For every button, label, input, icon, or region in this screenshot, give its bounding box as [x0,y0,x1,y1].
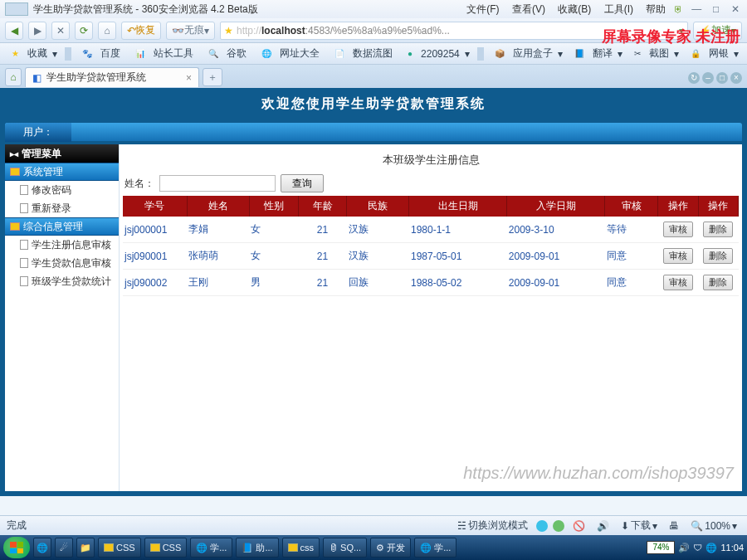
browser-titlebar: 学生助学贷款管理系统 - 360安全浏览器 4.2 Beta版 文件(F) 查看… [0,0,747,18]
tab-close-icon[interactable]: × [186,72,192,84]
doc-icon [20,185,28,195]
fav-button[interactable]: ★收藏 ▾ [5,43,61,64]
star-icon[interactable]: ★ [224,25,233,37]
stop-button[interactable]: ✕ [51,22,70,40]
browser-logo [5,2,28,16]
bm-gg[interactable]: 🔍谷歌 [202,43,253,64]
sidebar-item-loanstat[interactable]: 班级学生贷款统计 [5,272,119,290]
sidebar-item-relogin[interactable]: 重新登录 [5,199,119,217]
clock[interactable]: 11:04 [720,543,744,553]
quick-launch-icon[interactable]: ☄ [55,538,73,558]
home-tab-icon[interactable]: ⌂ [5,68,22,86]
page-icon: ◧ [32,72,42,84]
overlay-watermark: 屏幕录像专家 未注册 [602,27,740,46]
restore-button[interactable]: ↶ 恢复 [121,22,161,40]
quick-launch-icon[interactable]: 📁 [76,538,95,558]
main-title: 本班级学生注册信息 [123,149,739,171]
bm-yx[interactable]: 🎮游戏 ▾ [744,43,747,64]
task-item[interactable]: CSS [144,538,188,558]
task-item[interactable]: CSS [98,538,141,558]
sidebar-cat-info[interactable]: 综合信息管理 [5,217,119,236]
search-row: 姓名： 查询 [123,171,739,196]
sound-icon[interactable]: 🔊 [593,520,613,532]
incognito-button[interactable]: 👓 无痕 ▾ [166,22,215,40]
download-button[interactable]: ⬇ 下载 ▾ [618,519,661,533]
task-item[interactable]: 🌐学... [190,538,232,558]
home-button[interactable]: ⌂ [98,22,116,40]
popup-block-icon[interactable]: 🚫 [569,520,588,532]
table-header-row: 学号姓名性别年龄民族出生日期入学日期审核操作操作 [123,196,739,217]
task-item[interactable]: 🌐学... [414,538,456,558]
table-row: jsj090002王刚男21回族1988-05-022009-09-01同意 审… [123,270,739,296]
audit-button[interactable]: 审核 [663,248,693,264]
app-root: 欢迎您使用学生助学贷款管理系统 用户： ▸◂管理菜单 系统管理 修改密码 重新登… [0,88,747,496]
search-button[interactable]: 查询 [281,174,324,192]
bm-sj[interactable]: 📄数据流图 [328,43,399,64]
browser-statusbar: 完成 ☵ 切换浏览模式 🚫 🔊 ⬇ 下载 ▾ 🖶 🔍 100% ▾ [0,515,747,535]
tray-icon[interactable]: 🌐 [706,543,717,553]
user-bar: 用户： [5,123,742,141]
folder-icon [10,222,20,231]
audit-button[interactable]: 审核 [663,275,693,290]
delete-button[interactable]: 删除 [703,275,733,290]
table-row: jsj000001李娟女21汉族1980-1-12009-3-10等待 审核 删… [123,217,739,243]
tray-icon[interactable]: 🛡 [693,543,702,553]
task-item[interactable]: ⚙开发 [370,538,411,558]
safe-icon[interactable] [553,520,564,532]
name-input[interactable] [159,175,276,192]
globe-icon[interactable] [536,520,548,532]
browser-toolbar: ◀ ▶ ✕ ⟳ ⌂ ↶ 恢复 👓 无痕 ▾ ★ http://localhost… [0,18,747,43]
print-icon[interactable]: 🖶 [666,520,682,532]
battery-indicator[interactable]: 74% [647,541,675,554]
tab-title: 学生助学贷款管理系统 [46,71,146,85]
window-title: 学生助学贷款管理系统 - 360安全浏览器 4.2 Beta版 [33,2,258,17]
sidebar: ▸◂管理菜单 系统管理 修改密码 重新登录 综合信息管理 学生注册信息审核 学生… [5,144,120,491]
sidebar-item-reginfo[interactable]: 学生注册信息审核 [5,236,119,254]
folder-icon [10,168,20,176]
sidebar-cat-system[interactable]: 系统管理 [5,163,119,181]
delete-button[interactable]: 删除 [703,222,733,237]
back-button[interactable]: ◀ [5,22,23,40]
task-item[interactable]: css [282,538,320,558]
minimize-icon[interactable]: — [690,3,703,15]
browser-menu[interactable]: 文件(F) 查看(V) 收藏(B) 工具(I) 帮助 [461,2,671,17]
reload-button[interactable]: ⟳ [75,22,93,40]
mode-switch[interactable]: ☵ 切换浏览模式 [454,519,531,533]
app-banner: 欢迎您使用学生助学贷款管理系统 [0,88,747,119]
forward-button[interactable]: ▶ [28,22,46,40]
active-tab[interactable]: ◧ 学生助学贷款管理系统 × [25,67,199,87]
sidebar-header: ▸◂管理菜单 [5,144,119,163]
task-item[interactable]: 📘助... [236,538,278,558]
main-panel: 本班级学生注册信息 姓名： 查询 学号姓名性别年龄民族出生日期入学日期审核操作操… [120,144,742,491]
bm-yy[interactable]: 📦应用盒子 ▾ [488,43,566,64]
tab-bar: ⌂ ◧ 学生助学贷款管理系统 × ＋ ↻–□× [0,65,747,88]
new-tab-button[interactable]: ＋ [203,68,222,86]
user-label: 用户： [5,123,71,142]
bm-zz[interactable]: 📊站长工具 [129,43,200,64]
quick-launch-icon[interactable]: 🌐 [33,538,51,558]
doc-icon [20,276,28,286]
bm-num[interactable]: ●2209254 ▾ [401,45,473,63]
close-icon[interactable]: ✕ [729,3,742,15]
sidebar-item-loaninfo[interactable]: 学生贷款信息审核 [5,254,119,272]
maximize-icon[interactable]: □ [710,3,723,15]
doc-icon [20,203,28,213]
task-item[interactable]: 🛢SQ... [323,538,367,558]
start-button[interactable] [3,537,30,558]
system-tray: 74% 🔊 🛡 🌐 11:04 [647,541,744,554]
tab-controls[interactable]: ↻–□× [686,71,742,84]
shield-icon[interactable]: ⛨ [674,4,683,14]
status-done: 完成 [7,519,27,533]
windows-taskbar: 🌐 ☄ 📁 CSS CSS 🌐学... 📘助... css 🛢SQ... ⚙开发… [0,535,747,560]
search-label: 姓名： [124,177,154,191]
tray-icon[interactable]: 🔊 [678,543,690,553]
bm-wz[interactable]: 🌐网址大全 [255,43,326,64]
audit-button[interactable]: 审核 [663,222,693,237]
bm-baidu[interactable]: 🐾百度 [76,43,127,64]
student-table: 学号姓名性别年龄民族出生日期入学日期审核操作操作 jsj000001李娟女21汉… [123,196,739,296]
zoom-control[interactable]: 🔍 100% ▾ [687,520,740,532]
doc-icon [20,240,28,250]
delete-button[interactable]: 删除 [703,248,733,264]
sidebar-item-password[interactable]: 修改密码 [5,181,119,199]
doc-icon [20,258,28,268]
